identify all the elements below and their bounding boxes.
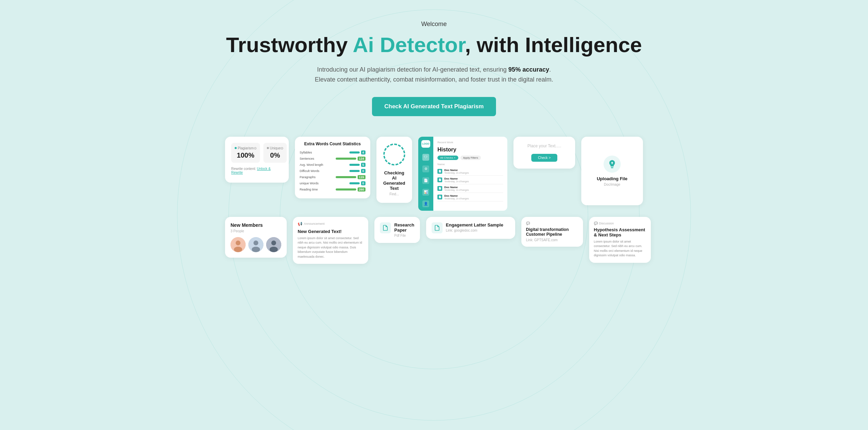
check-button[interactable]: Check > (531, 154, 558, 162)
col-header-name: Name (437, 163, 503, 166)
card-discussion: 💬 Discussion Hypothesis Assessment & Nex… (589, 217, 651, 263)
cards-row2: New Members 3 People (225, 217, 643, 264)
sidebar-icon-stats[interactable]: 📊 (422, 189, 429, 196)
word-stat-row: Difficult Words 0 (300, 169, 365, 173)
doc-row[interactable]: 📄 Doc Name Yesterday, 2x d'hanges (437, 176, 503, 184)
hero-title: Trustworthy Ai Detector, with Intelligen… (225, 33, 643, 57)
card-new-members: New Members 3 People (225, 217, 287, 258)
welcome-label: Welcome (225, 21, 643, 28)
svg-point-1 (236, 241, 240, 245)
word-stat-row: Syllables 4 (300, 150, 365, 155)
word-stat-row: Avg. Word length 5 (300, 163, 365, 167)
svg-point-4 (253, 241, 258, 245)
word-stat-row: unique Words 0 (300, 181, 365, 185)
avatar-1 (231, 237, 246, 252)
filter-all[interactable]: All Checks × (437, 156, 458, 160)
cards-row1: Plagiarism⊙ 100% Unique⊙ 0% Rewrite cont… (225, 137, 643, 211)
hero-title-accent: Ai Detector (353, 33, 465, 57)
card-plagiarism: Plagiarism⊙ 100% Unique⊙ 0% Rewrite cont… (225, 137, 289, 183)
hero-title-part1: Trustworthy (226, 33, 353, 57)
announcement-badge: 📢 Announcement (298, 222, 363, 226)
sidebar-icon-paper[interactable]: 📄 (422, 177, 429, 184)
sidebar-icon-security[interactable]: 🛡 (422, 154, 429, 161)
svg-point-5 (252, 247, 260, 252)
plagiarism-box: Plagiarism⊙ 100% (231, 143, 260, 163)
sidebar-icon-filter[interactable]: ⚙ (422, 165, 429, 172)
card-history: LOGO 🛡 ⚙ 📄 📊 👤 Recent Work History All C… (418, 137, 507, 211)
history-sidebar: LOGO 🛡 ⚙ 📄 📊 👤 (418, 137, 433, 211)
doc-row[interactable]: 📄 Doc Name Yesterday, 2x d'hanges (437, 167, 503, 176)
filter-apply[interactable]: Apply Filters (460, 156, 481, 160)
research-paper-icon (380, 222, 391, 233)
engagement-icon (432, 222, 443, 233)
checking-circle-animation (383, 144, 405, 165)
word-stat-row: Reading time 260 (300, 187, 365, 192)
members-avatars (231, 237, 281, 252)
svg-point-8 (270, 247, 278, 252)
history-logo: LOGO (421, 140, 430, 148)
doc-row[interactable]: 📄 Doc Name Yesterday, 2x d'hanges (437, 193, 503, 201)
hero-description: Introducing our AI plagiarism detection … (314, 65, 554, 85)
history-filters: All Checks × Apply Filters (437, 156, 503, 160)
cta-button[interactable]: Check AI Generated Text Plagiarism (372, 97, 496, 116)
card-engagement: Engagement Latter Sample Link: googledoc… (426, 217, 515, 239)
card-announcement: 📢 Announcement New Generated Text! Lorem… (293, 217, 368, 264)
card-place-text: Place your Text..... Check > (513, 137, 575, 169)
doc-rows: 📄 Doc Name Yesterday, 2x d'hanges 📄 Doc … (437, 167, 503, 201)
word-stats-list: Syllables 4 Sentences 124 Avg. Word leng… (300, 150, 365, 192)
word-stat-row: Paragraphs 115 (300, 175, 365, 179)
upload-cloud-icon (604, 156, 621, 173)
card-research-paper: Research Paper Pdf File (374, 217, 420, 243)
avatar-2 (248, 237, 263, 252)
svg-point-2 (234, 247, 242, 252)
sidebar-icon-user[interactable]: 👤 (422, 200, 429, 207)
card-upload: Uploading File Doc/image (581, 137, 643, 205)
history-main: Recent Work History All Checks × Apply F… (433, 137, 507, 211)
card-digital-transformation: 💬 Digital transformation Customer Pipeli… (521, 217, 583, 247)
word-stat-row: Sentences 124 (300, 157, 365, 161)
digital-badge: 💬 (526, 222, 578, 225)
discussion-badge: 💬 Discussion (594, 222, 646, 225)
card-words-statistics: Extra Words Count Statistics Syllables 4… (295, 137, 370, 198)
doc-row[interactable]: 📄 Doc Name Yesterday, 2x d'hanges (437, 184, 503, 193)
avatar-3 (266, 237, 281, 252)
unique-box: Unique⊙ 0% (263, 143, 287, 163)
svg-point-7 (271, 241, 276, 245)
hero-section: Welcome Trustworthy Ai Detector, with In… (225, 21, 643, 116)
card-checking-ai: Checking AI Generated Text Find... (376, 137, 412, 203)
hero-title-part2: , with Intelligence (465, 33, 642, 57)
